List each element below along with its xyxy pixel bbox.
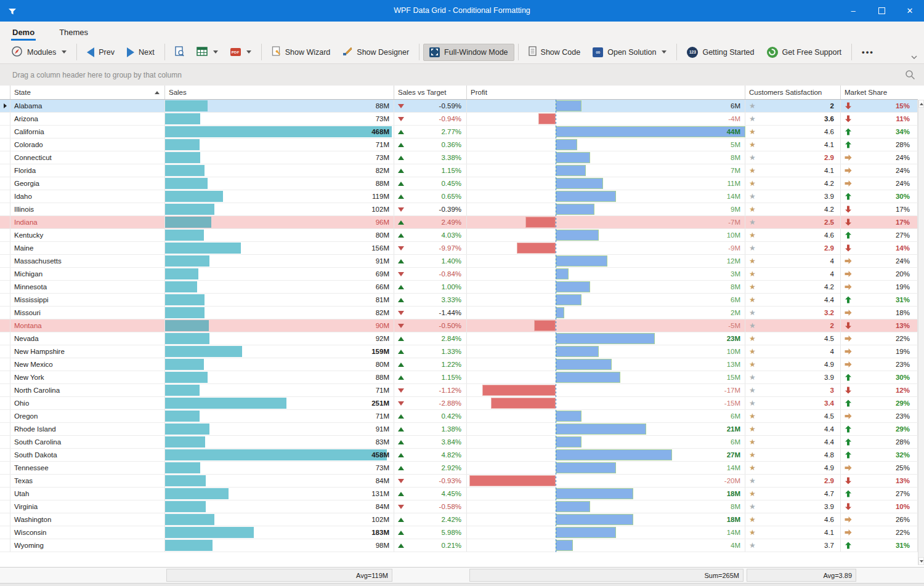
table-row[interactable]: Minnesota66M1.00%8M★4.219% [0, 281, 918, 294]
modules-button[interactable]: Modules [5, 42, 73, 63]
full-window-mode-button[interactable]: Full-Window Mode [423, 44, 514, 61]
trend-down-icon [398, 207, 404, 212]
sales-vs-target-value: 0.42% [441, 412, 461, 420]
row-indicator [0, 190, 10, 203]
table-row[interactable]: Michigan69M-0.84%3M★420% [0, 268, 918, 281]
show-wizard-button[interactable]: Show Wizard [265, 42, 337, 62]
show-code-button[interactable]: Show Code [522, 42, 587, 62]
getting-started-button[interactable]: 123 Getting Started [681, 43, 760, 62]
state-name: New Mexico [14, 361, 53, 368]
export-pdf-button[interactable]: PDF [224, 44, 257, 60]
search-icon[interactable] [905, 70, 915, 82]
trend-down-icon [398, 272, 404, 276]
column-header-sales[interactable]: Sales [165, 86, 394, 99]
table-row[interactable]: Illinois102M-0.39%9M★4.217% [0, 203, 918, 216]
column-header-profit[interactable]: Profit [467, 86, 745, 99]
vertical-scrollbar[interactable] [918, 100, 924, 565]
row-indicator [0, 164, 10, 177]
tab-bar: Demo Themes [0, 22, 924, 41]
table-row[interactable]: Tennessee73M2.92%14M★4.925% [0, 462, 918, 475]
cell-customers-satisfaction: ★4.4 [745, 294, 841, 306]
table-row[interactable]: Mississippi81M3.33%6M★4.431% [0, 294, 918, 307]
column-header-market-share[interactable]: Market Share [841, 86, 918, 99]
table-row[interactable]: California468M2.77%44M★4.634% [0, 126, 918, 138]
sales-value: 82M [376, 309, 389, 316]
tab-themes[interactable]: Themes [58, 24, 89, 41]
table-row[interactable]: Virginia84M-0.58%8M★3.910% [0, 500, 918, 513]
cell-state: Texas [10, 475, 165, 487]
close-button[interactable]: ✕ [896, 0, 924, 22]
table-row[interactable]: Arizona73M-0.94%-4M★3.611% [0, 113, 918, 126]
xlsx-export-icon [197, 47, 208, 58]
cell-sales-vs-target: -1.12% [394, 384, 467, 396]
collapse-ribbon-icon[interactable] [910, 51, 918, 62]
table-row[interactable]: Nevada92M2.84%23M★4.522% [0, 332, 918, 345]
table-row[interactable]: North Carolina71M-1.12%-17M★312% [0, 384, 918, 397]
cell-sales: 73M [165, 462, 394, 474]
cell-profit: 21M [467, 423, 745, 435]
row-indicator [0, 100, 10, 112]
column-header-state[interactable]: State [10, 86, 165, 99]
row-indicator [0, 358, 10, 371]
cell-state: South Carolina [10, 436, 165, 448]
group-by-panel[interactable]: Drag a column header here to group by th… [0, 64, 924, 86]
cell-market-share: 23% [841, 358, 918, 371]
cell-market-share: 31% [841, 294, 918, 306]
cell-state: Illinois [10, 203, 165, 215]
table-row[interactable]: Washington102M2.42%18M★4.626% [0, 513, 918, 526]
table-row[interactable]: Florida82M1.15%7M★4.124% [0, 164, 918, 177]
cell-profit: 3M [467, 268, 745, 280]
table-row[interactable]: Kentucky80M4.03%10M★4.627% [0, 229, 918, 242]
table-row[interactable]: New York88M1.15%15M★3.930% [0, 371, 918, 384]
scroll-down-button[interactable] [918, 557, 924, 565]
table-row[interactable]: Alabama88M-0.59%6M★215% [0, 100, 918, 113]
table-row[interactable]: Missouri82M-1.44%2M★3.218% [0, 307, 918, 319]
minimize-button[interactable]: – [839, 0, 867, 22]
table-row[interactable]: Oregon71M0.42%6M★4.523% [0, 410, 918, 423]
column-header-customers-satisfaction[interactable]: Customers Satisfaction [745, 86, 841, 99]
profit-data-bar [469, 475, 556, 486]
table-row[interactable]: South Dakota458M4.82%27M★4.832% [0, 449, 918, 462]
profit-value: 6M [731, 412, 740, 420]
show-designer-button[interactable]: Show Designer [336, 42, 415, 62]
table-row[interactable]: Ohio251M-2.88%-15M★3.429% [0, 397, 918, 410]
table-row[interactable]: Texas84M-0.93%-20M★2.913% [0, 475, 918, 488]
table-row[interactable]: Utah131M4.45%18M★4.727% [0, 488, 918, 500]
table-row[interactable]: Rhode Island91M1.38%21M★4.429% [0, 423, 918, 436]
table-row[interactable]: Montana90M-0.50%-5M★213% [0, 319, 918, 332]
table-row[interactable]: South Carolina83M3.84%6M★4.428% [0, 436, 918, 449]
row-indicator [0, 216, 10, 228]
cell-customers-satisfaction: ★4.5 [745, 332, 841, 345]
more-options-button[interactable]: ••• [856, 44, 880, 60]
table-row[interactable]: Georgia88M0.45%11M★4.224% [0, 177, 918, 190]
next-button[interactable]: Next [121, 44, 161, 61]
tab-demo[interactable]: Demo [11, 24, 36, 41]
table-row[interactable]: New Hampshire159M1.33%10M★419% [0, 345, 918, 358]
sales-vs-target-value: 3.84% [441, 438, 461, 446]
table-row[interactable]: Wisconsin183M5.98%14M★4.122% [0, 526, 918, 539]
scroll-up-button[interactable] [918, 100, 924, 108]
sales-data-bar [165, 346, 242, 357]
table-row[interactable]: Maine156M-9.97%-9M★2.914% [0, 242, 918, 255]
sales-data-bar [165, 152, 200, 163]
table-row[interactable]: Idaho119M0.65%14M★3.930% [0, 190, 918, 203]
cell-sales-vs-target: 4.03% [394, 229, 467, 241]
state-name: Colorado [14, 141, 43, 148]
column-header-sales-vs-target[interactable]: Sales vs Target [394, 86, 467, 99]
sales-data-bar [165, 126, 392, 137]
table-row[interactable]: Indiana96M2.49%-7M★2.517% [0, 216, 918, 229]
cell-state: Kentucky [10, 229, 165, 241]
cell-state: Maine [10, 242, 165, 254]
table-row[interactable]: Massachusetts91M1.40%12M★424% [0, 255, 918, 268]
table-row[interactable]: Colorado71M0.36%5M★4.128% [0, 138, 918, 151]
open-solution-button[interactable]: ∞ Open Solution [586, 44, 673, 61]
cell-sales: 80M [165, 229, 394, 241]
table-row[interactable]: Wyoming98M0.21%4M★3.731% [0, 539, 918, 552]
get-free-support-button[interactable]: Get Free Support [761, 43, 848, 62]
export-xlsx-button[interactable] [190, 43, 224, 62]
maximize-button[interactable] [867, 0, 896, 22]
table-row[interactable]: New Mexico80M1.22%13M★4.923% [0, 358, 918, 371]
print-preview-button[interactable] [169, 42, 190, 62]
table-row[interactable]: Connecticut73M3.38%8M★2.924% [0, 151, 918, 164]
prev-button[interactable]: Prev [81, 44, 121, 61]
